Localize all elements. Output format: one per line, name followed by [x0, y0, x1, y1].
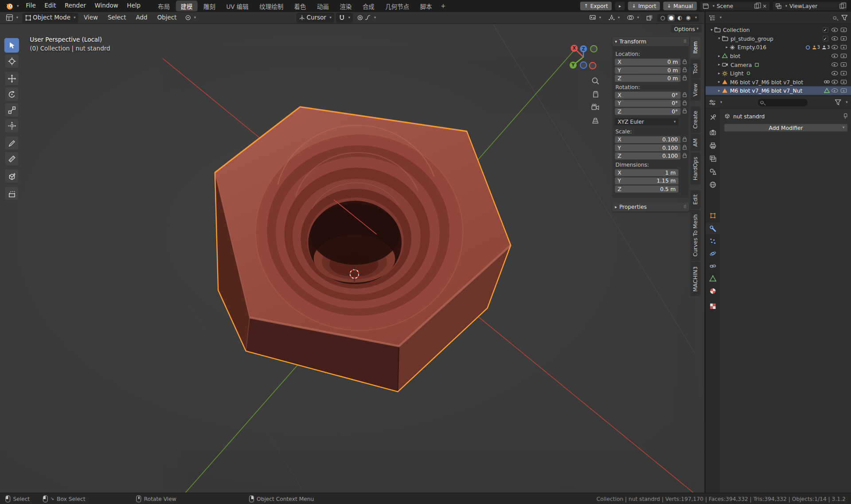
properties-tab-scene[interactable] [706, 165, 720, 177]
hide-eye-icon[interactable] [831, 36, 838, 41]
location-y-field[interactable]: Y 0 m [615, 67, 680, 74]
outliner-row-camera[interactable]: ▸ Camera [706, 60, 851, 69]
properties-tab-tool[interactable] [706, 111, 720, 123]
shading-rendered-button[interactable]: ◉ [685, 14, 692, 21]
axis-x-neg-handle[interactable] [589, 63, 596, 69]
app-menu-button[interactable]: ▾ [3, 1, 21, 11]
add-modifier-button[interactable]: Add Modifier ▾ [724, 124, 847, 132]
tool-select-box[interactable] [4, 38, 19, 53]
workspace-tab-layout[interactable]: 布局 [153, 0, 175, 11]
workspace-tab-sculpting[interactable]: 雕刻 [199, 0, 220, 11]
npanel-tab-create[interactable]: Create [691, 106, 701, 133]
workspace-tab-texture-paint[interactable]: 纹理绘制 [254, 0, 288, 11]
camera-view-button[interactable] [591, 103, 600, 112]
outliner-editor-icon[interactable] [709, 14, 716, 21]
disable-render-icon[interactable] [841, 54, 847, 58]
editor-type-button[interactable]: ▾ [3, 13, 21, 23]
filter-icon[interactable] [835, 99, 842, 105]
rotation-y-field[interactable]: Y 0° [615, 100, 680, 107]
tool-transform[interactable] [4, 118, 19, 133]
dimensions-z-field[interactable]: Z 0.5 m [615, 186, 678, 193]
properties-tab-texture[interactable] [706, 300, 720, 312]
npanel-tab-hardops[interactable]: HardOps [691, 152, 701, 184]
dimensions-y-field[interactable]: Y 1.15 m [615, 177, 678, 184]
menu-view[interactable]: View [79, 12, 102, 23]
npanel-tab-tool[interactable]: Tool [691, 59, 701, 78]
pin-icon[interactable] [842, 113, 847, 119]
scale-x-field[interactable]: X 0.100 [615, 136, 680, 143]
properties-tab-modifiers[interactable] [706, 223, 720, 234]
expand-icon[interactable]: ▾ [709, 27, 714, 32]
tool-scale[interactable] [4, 102, 19, 117]
lock-icon[interactable] [683, 60, 687, 63]
properties-tab-render[interactable] [706, 126, 720, 138]
viewlayer-selector[interactable]: ▾ ViewLayer [773, 2, 847, 11]
hide-eye-icon[interactable] [831, 63, 838, 67]
shading-material-button[interactable]: ◐ [676, 14, 683, 21]
disable-render-icon[interactable] [841, 63, 847, 67]
workspace-tab-rendering[interactable]: 渲染 [335, 0, 356, 11]
location-z-field[interactable]: Z 0 m [615, 75, 680, 82]
npanel-tab-edit[interactable]: Edit [691, 190, 701, 209]
show-overlays-toggle[interactable]: ▾ [624, 13, 642, 23]
workspace-tab-shading[interactable]: 着色 [289, 0, 311, 11]
dimensions-x-field[interactable]: X 1 m [615, 169, 678, 176]
orthographic-toggle-button[interactable] [591, 116, 600, 125]
hide-eye-icon[interactable] [831, 80, 838, 84]
shading-wireframe-button[interactable]: ○ [659, 14, 666, 21]
lock-icon[interactable] [683, 154, 687, 157]
lock-icon[interactable] [683, 77, 687, 80]
npanel-tab-view[interactable]: View [691, 79, 701, 101]
options-dropdown[interactable]: Options ▾ [671, 25, 702, 32]
menu-select[interactable]: Select [103, 12, 130, 23]
menu-file[interactable]: File [21, 0, 40, 12]
menu-window[interactable]: Window [90, 0, 123, 12]
properties-tab-constraints[interactable] [706, 260, 720, 272]
import-button[interactable]: ↓ Import [628, 2, 660, 11]
transform-panel-header[interactable]: ▾ Transform ⠿ [612, 37, 689, 46]
export-button[interactable]: ↑ Export [580, 2, 612, 11]
transform-orientation-dropdown[interactable]: Cursor ▾ [297, 13, 334, 23]
xray-toggle[interactable] [644, 13, 656, 23]
navigation-gizmo[interactable]: X Z Y [568, 41, 599, 73]
npanel-tab-am[interactable]: AM [691, 134, 701, 152]
hide-eye-icon[interactable] [831, 71, 838, 75]
show-gizmo-toggle[interactable]: ▾ [605, 13, 623, 23]
tool-annotate[interactable] [4, 136, 19, 150]
menu-object[interactable]: Object [153, 12, 181, 23]
new-viewlayer-icon[interactable] [839, 4, 844, 8]
expand-icon[interactable]: ▸ [716, 63, 722, 67]
expand-icon[interactable]: ▸ [716, 71, 722, 75]
properties-tab-object-data[interactable] [706, 272, 720, 284]
axis-z-neg-handle[interactable] [580, 62, 587, 69]
collection-checkbox[interactable]: ✓ [823, 36, 828, 41]
expand-icon[interactable]: ▸ [716, 54, 722, 58]
search-icon[interactable] [833, 16, 836, 19]
rotation-x-field[interactable]: X 0° [615, 92, 680, 99]
outliner-row-m6-nut[interactable]: ▸ M6 blot v7_M6 blot v7_Nut [706, 86, 851, 95]
object-visibility-dropdown[interactable]: ▾ [587, 13, 604, 23]
location-x-field[interactable]: X 0 m [615, 59, 680, 66]
expand-icon[interactable]: ▸ [716, 88, 722, 93]
outliner-row-pl-studio-group[interactable]: ▾ pl_studio_group ✓ [706, 34, 851, 43]
properties-editor-icon[interactable] [709, 99, 716, 105]
manual-button[interactable]: ↓ Manual [663, 2, 697, 11]
workspace-tab-animation[interactable]: 动画 [312, 0, 334, 11]
outliner-row-blot[interactable]: ▸ blot [706, 51, 851, 60]
lock-icon[interactable] [683, 102, 687, 105]
scene-selector[interactable]: ▾ Scene × [700, 2, 770, 11]
expand-icon[interactable]: ▸ [716, 80, 722, 84]
workspace-tab-scripting[interactable]: 脚本 [415, 0, 437, 11]
properties-tab-world[interactable] [706, 179, 720, 191]
properties-tab-material[interactable] [706, 285, 720, 297]
npanel-tab-item[interactable]: Item [691, 37, 701, 58]
tool-measure[interactable] [4, 151, 19, 166]
workspace-tab-compositing[interactable]: 合成 [358, 0, 379, 11]
scale-y-field[interactable]: Y 0.100 [615, 145, 680, 152]
tool-move[interactable] [4, 71, 19, 86]
lock-icon[interactable] [683, 138, 687, 141]
lock-icon[interactable] [683, 110, 687, 113]
outliner-row-m6-blot[interactable]: ▸ M6 blot v7_M6 blot v7_blot [706, 78, 851, 86]
lock-icon[interactable] [683, 69, 687, 72]
play-button[interactable]: ▸ [615, 2, 625, 11]
